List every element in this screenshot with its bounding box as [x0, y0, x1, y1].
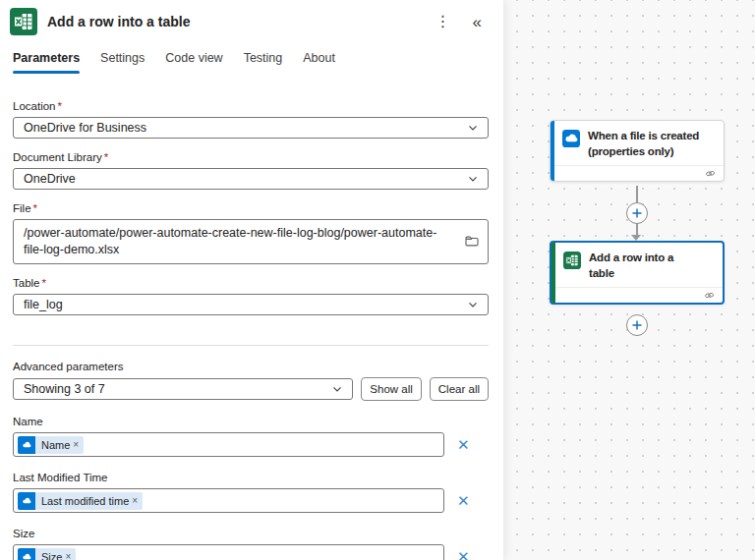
node-body: Add a row into a table — [552, 243, 723, 287]
name-param-label: Name — [13, 416, 489, 427]
power-automate-designer: Add a row into a table ⋮ « Parameters Se… — [0, 0, 755, 560]
trigger-node-when-file-created[interactable]: When a file is created (properties only) — [550, 120, 725, 182]
size-param-label: Size — [13, 528, 489, 539]
node-body: When a file is created (properties only) — [551, 121, 724, 165]
last-modified-param-label: Last Modified Time — [13, 472, 489, 483]
table-dropdown[interactable]: file_log — [13, 294, 489, 315]
panel-tabs: Parameters Settings Code view Testing Ab… — [0, 51, 503, 74]
last-modified-param-group: Last Modified Time Last modified time × … — [13, 472, 489, 513]
token-label: Size — [35, 551, 65, 560]
node-accent-bar — [551, 121, 554, 181]
more-options-icon[interactable]: ⋮ — [430, 10, 457, 33]
section-divider — [13, 345, 489, 346]
insert-step-button[interactable] — [626, 202, 648, 224]
last-modified-dynamic-token[interactable]: Last modified time × — [18, 492, 143, 510]
document-library-value: OneDrive — [24, 172, 76, 186]
advanced-filter-value: Showing 3 of 7 — [24, 382, 105, 396]
onedrive-icon — [18, 436, 35, 454]
tab-parameters[interactable]: Parameters — [13, 51, 80, 74]
location-label-text: Location — [13, 100, 55, 112]
node-footer — [551, 165, 724, 181]
location-dropdown[interactable]: OneDrive for Business — [13, 117, 489, 139]
excel-icon — [563, 252, 581, 269]
chevron-down-icon — [467, 299, 479, 310]
onedrive-icon — [18, 548, 35, 560]
location-value: OneDrive for Business — [24, 121, 146, 135]
location-field-group: Location* OneDrive for Business — [13, 100, 489, 139]
name-param-group: Name Name × ✕ — [13, 416, 489, 457]
token-remove-icon[interactable]: × — [65, 551, 76, 560]
document-library-label-text: Document Library — [13, 151, 102, 163]
file-label-text: File — [13, 202, 31, 214]
panel-header: Add a row into a table ⋮ « — [0, 0, 503, 35]
plus-icon — [631, 319, 643, 331]
name-param-input[interactable]: Name × — [13, 432, 444, 457]
table-value: file_log — [24, 298, 63, 311]
onedrive-icon — [18, 492, 35, 510]
token-label: Last modified time — [35, 495, 132, 507]
clear-last-modified-param-icon[interactable]: ✕ — [453, 491, 474, 510]
clear-size-param-icon[interactable]: ✕ — [453, 547, 474, 560]
onedrive-icon — [562, 130, 580, 147]
show-all-button[interactable]: Show all — [361, 377, 421, 401]
parameters-form: Location* OneDrive for Business Document… — [0, 74, 503, 560]
chevron-down-icon — [467, 122, 479, 134]
advanced-parameters-dropdown[interactable]: Showing 3 of 7 — [13, 378, 353, 400]
tab-testing[interactable]: Testing — [244, 51, 283, 74]
collapse-panel-icon[interactable]: « — [467, 10, 488, 34]
tab-about[interactable]: About — [303, 51, 335, 74]
file-input[interactable]: /power-automate/power-automate-create-ne… — [13, 219, 489, 264]
file-value: /power-automate/power-automate-create-ne… — [24, 225, 462, 258]
name-param-row: Name × ✕ — [13, 432, 489, 457]
tab-settings[interactable]: Settings — [100, 51, 145, 74]
required-asterisk: * — [33, 202, 37, 214]
clear-all-button[interactable]: Clear all — [430, 377, 489, 401]
connector-line — [636, 186, 638, 202]
advanced-parameters-row: Showing 3 of 7 Show all Clear all — [13, 377, 489, 401]
insert-step-button[interactable] — [626, 314, 648, 336]
folder-icon — [464, 233, 480, 249]
action-node-add-row-into-table[interactable]: Add a row into a table — [550, 241, 725, 305]
document-library-label: Document Library* — [13, 151, 489, 163]
flow-canvas[interactable]: When a file is created (properties only) — [503, 0, 755, 560]
panel-title: Add a row into a table — [47, 14, 190, 29]
table-field-group: Table* file_log — [13, 277, 489, 315]
node-title: Add a row into a table — [589, 251, 691, 281]
last-modified-param-row: Last modified time × ✕ — [13, 488, 489, 513]
excel-icon — [10, 8, 37, 35]
link-icon — [703, 289, 716, 302]
node-title: When a file is created (properties only) — [588, 129, 718, 159]
file-picker-button[interactable] — [462, 231, 482, 253]
chevron-down-icon — [467, 173, 479, 185]
file-label: File* — [13, 202, 489, 214]
tab-code-view[interactable]: Code view — [165, 51, 222, 74]
plus-icon — [631, 207, 643, 219]
document-library-dropdown[interactable]: OneDrive — [13, 168, 489, 190]
size-param-row: Size × ✕ — [13, 544, 489, 560]
node-accent-bar — [552, 243, 555, 303]
advanced-parameters-label: Advanced parameters — [13, 361, 489, 372]
token-label: Name — [35, 439, 73, 451]
table-label-text: Table — [13, 277, 40, 289]
size-param-group: Size Size × ✕ — [13, 528, 489, 560]
advanced-parameters-section: Advanced parameters Showing 3 of 7 Show … — [13, 361, 489, 401]
clear-name-param-icon[interactable]: ✕ — [453, 435, 474, 454]
document-library-field-group: Document Library* OneDrive — [13, 151, 489, 190]
chevron-down-icon — [331, 383, 343, 395]
required-asterisk: * — [42, 277, 46, 289]
name-dynamic-token[interactable]: Name × — [18, 436, 84, 454]
location-label: Location* — [13, 100, 489, 112]
token-remove-icon[interactable]: × — [73, 439, 84, 450]
link-icon — [704, 167, 717, 180]
size-param-input[interactable]: Size × — [13, 544, 444, 560]
action-config-panel: Add a row into a table ⋮ « Parameters Se… — [0, 0, 503, 560]
node-footer — [552, 287, 723, 303]
required-asterisk: * — [104, 151, 108, 163]
table-label: Table* — [13, 277, 489, 289]
file-field-group: File* /power-automate/power-automate-cre… — [13, 202, 489, 264]
size-dynamic-token[interactable]: Size × — [18, 548, 76, 560]
required-asterisk: * — [57, 100, 61, 112]
last-modified-param-input[interactable]: Last modified time × — [13, 488, 444, 513]
token-remove-icon[interactable]: × — [132, 495, 143, 506]
